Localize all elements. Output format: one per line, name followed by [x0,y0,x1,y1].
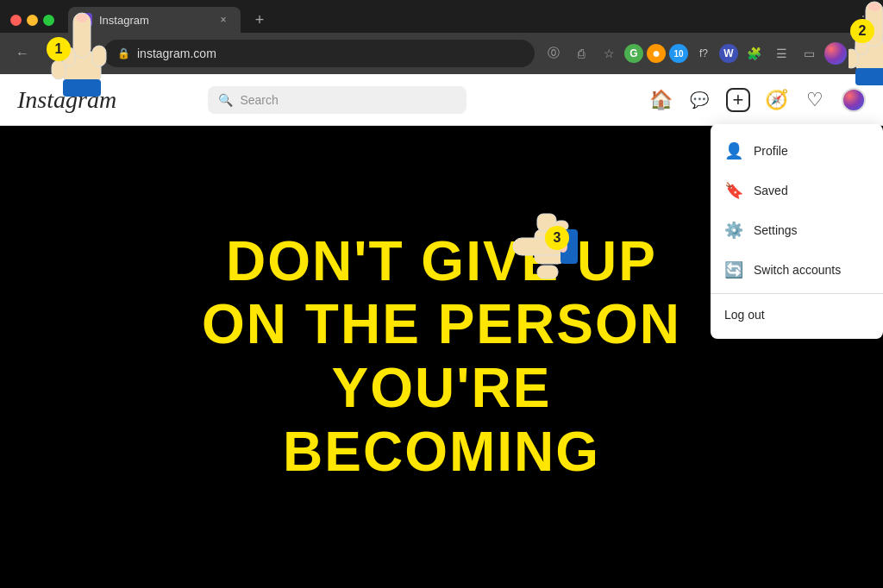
dropdown-settings[interactable]: ⚙️ Settings [711,210,883,250]
profile-area: 2 [842,88,866,112]
instagram-header: Instagram [0,74,883,126]
new-tab-button[interactable]: + [247,8,272,32]
tab-title: Instagram [99,14,210,27]
messenger-icon[interactable]: 💬 [688,89,711,111]
ublock-ext-icon[interactable]: 10 [669,44,688,63]
tab-favicon-icon [78,13,92,27]
browser-chrome: Instagram × + ⋮ ← → ↻ 🔒 instagram.com ⓪ … [0,0,883,74]
menu-ext-button[interactable]: ☰ [769,41,793,66]
settings-label: Settings [754,223,798,237]
instagram-app: Instagram [0,74,883,588]
profile-label: Profile [754,144,788,158]
dropdown-switch[interactable]: 🔄 Switch accounts [711,250,883,290]
search-placeholder: Search [240,93,278,107]
motivational-line-3: YOU'RE [202,357,681,421]
header-wrapper: Instagram [0,74,883,126]
switch-menu-icon: 🔄 [724,260,743,279]
font-ext-button[interactable]: f? [692,41,716,66]
maximize-window-button[interactable] [43,15,54,26]
logout-label: Log out [724,308,765,322]
dropdown-saved[interactable]: 🔖 Saved [711,171,883,210]
menu-divider [711,293,883,294]
forward-button[interactable]: → [41,41,66,66]
puzzle-ext-button[interactable]: 🧩 [742,41,766,66]
dropdown-menu: 👤 Profile 🔖 Saved ⚙️ Settings 🔄 Switch a… [711,124,883,339]
w-ext-icon[interactable]: W [719,44,738,63]
browser-menu-button[interactable]: ⋮ [850,44,873,63]
lock-icon: 🔒 [117,47,130,59]
motivational-text-block: DON'T GIVE UP ON THE PERSON YOU'RE BECOM… [167,196,716,518]
bookmark-button[interactable]: ☆ [597,41,621,66]
profile-menu-icon: 👤 [724,141,743,160]
home-icon[interactable]: 🏠 [650,89,673,111]
refresh-button[interactable]: ↻ [72,41,97,66]
switch-label: Switch accounts [754,263,841,277]
search-box[interactable]: 🔍 Search [208,86,467,114]
motivational-line-4: BECOMING [202,421,681,485]
url-text: instagram.com [137,47,216,60]
explore-icon[interactable]: 🧭 [766,89,788,111]
saved-label: Saved [754,184,788,197]
profile-avatar[interactable] [842,88,866,112]
saved-menu-icon: 🔖 [724,181,743,200]
close-window-button[interactable] [10,15,22,26]
orange-ext-icon[interactable]: ● [647,44,666,63]
translate-button[interactable]: ⓪ [542,41,566,66]
address-input[interactable]: 🔒 instagram.com [103,40,535,67]
motivational-line-1: DON'T GIVE UP [202,230,681,294]
logo-area: Instagram [17,86,116,114]
settings-menu-icon: ⚙️ [724,221,743,240]
nav-icons: 🏠 💬 + 🧭 ♡ [650,88,866,112]
share-button[interactable]: ⎙ [569,41,593,66]
create-icon[interactable]: + [726,88,750,112]
instagram-logo: Instagram [17,86,116,113]
close-tab-button[interactable]: × [216,13,230,27]
address-actions: ⓪ ⎙ ☆ G ● 10 f? W 🧩 ☰ ▭ ⋮ [542,41,873,66]
minimize-window-button[interactable] [27,15,38,26]
tab-more-button[interactable]: ⋮ [854,9,873,30]
heart-icon[interactable]: ♡ [804,89,826,111]
window-controls [10,15,54,26]
tab-bar: Instagram × + ⋮ [0,0,883,33]
motivational-line-2: ON THE PERSON [202,293,681,357]
browser-profile-icon[interactable] [824,42,847,65]
search-icon: 🔍 [218,93,233,107]
google-ext-icon[interactable]: G [624,44,643,63]
back-button[interactable]: ← [10,41,34,66]
dropdown-logout[interactable]: Log out [711,297,883,332]
active-tab[interactable]: Instagram × [68,7,241,33]
dropdown-profile[interactable]: 👤 Profile [711,131,883,171]
split-button[interactable]: ▭ [797,41,821,66]
address-bar-row: ← → ↻ 🔒 instagram.com ⓪ ⎙ ☆ G ● 10 f? W … [0,33,883,74]
